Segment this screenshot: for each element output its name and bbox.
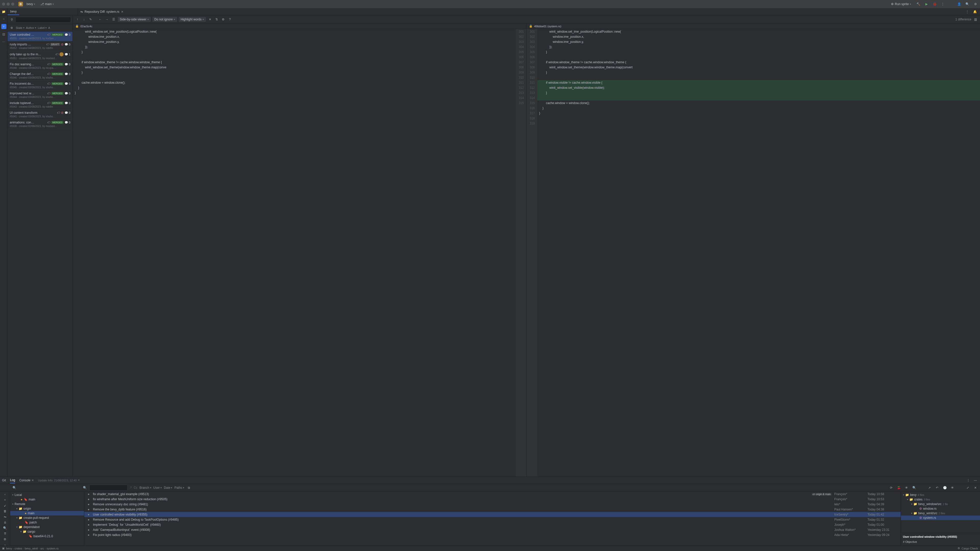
swap-icon[interactable]: ⇅: [214, 17, 219, 22]
filter-icon[interactable]: ⚙: [9, 25, 14, 30]
push-icon[interactable]: ⇈: [3, 532, 8, 535]
code-line[interactable]: window.ime_position.x,: [73, 34, 516, 39]
expand-icon[interactable]: ▾: [16, 507, 18, 510]
crumb[interactable]: src: [40, 547, 44, 550]
code-line[interactable]: }: [537, 106, 980, 111]
pr-item[interactable]: include toplevel…🏷MERGED💬 0#9343 · creat…: [8, 100, 73, 110]
forward-icon[interactable]: →: [104, 17, 110, 22]
branch-filter[interactable]: Branch▾: [140, 486, 151, 489]
search-icon[interactable]: 🔍: [3, 526, 8, 530]
changed-files-tree[interactable]: ▾ 📁 bevy 4 files▾ 📁 crates 3 files▾ 📁 be…: [901, 492, 980, 533]
code-line[interactable]: [537, 121, 980, 126]
pr-item[interactable]: Fix incorrent do…🏷MERGED💬 0#9345 · creat…: [8, 81, 73, 90]
crumb[interactable]: bevy: [6, 547, 12, 550]
filter-author[interactable]: Author ▾: [26, 25, 36, 30]
project-tab[interactable]: bevy: [8, 8, 19, 15]
filter-icon[interactable]: ⚲: [9, 17, 14, 22]
match-case-toggle[interactable]: Cc: [134, 486, 138, 489]
run-icon[interactable]: ▶: [924, 2, 929, 6]
history-icon[interactable]: 🕑: [942, 485, 947, 490]
viewer-mode-dropdown[interactable]: Side-by-side viewer▾: [118, 17, 151, 22]
commit-row[interactable]: ●Add `GamepadButtonInput` event (#9008)J…: [84, 527, 900, 532]
prev-diff-icon[interactable]: ↑: [75, 17, 80, 22]
branch-tree-node[interactable]: 🔖 base64-0.21.0: [10, 534, 84, 538]
code-line[interactable]: [537, 75, 980, 80]
go-to-icon[interactable]: ↗: [927, 485, 932, 490]
close-icon[interactable]: ✕: [973, 485, 978, 490]
code-line[interactable]: }: [73, 90, 516, 95]
console-tab[interactable]: Console ✕: [19, 478, 34, 483]
next-diff-icon[interactable]: ↓: [81, 17, 86, 22]
ignore-dropdown[interactable]: Do not ignore▾: [152, 17, 177, 22]
code-line[interactable]: [537, 95, 980, 100]
code-line[interactable]: winit_window.set_theme(window.window_the…: [73, 65, 516, 70]
refresh-icon[interactable]: ⟳: [889, 485, 894, 490]
back-icon[interactable]: ←: [98, 17, 103, 22]
editor-tab[interactable]: ⇋ Repository Diff: system.rs ✕: [78, 8, 126, 15]
crumb[interactable]: bevy_winit: [25, 547, 38, 550]
branch-tree-node[interactable]: ▾ 📁 dependabot: [10, 525, 84, 529]
commit-row[interactable]: ●Remove Resource and add Debug to TaskPo…: [84, 517, 900, 522]
branch-tree-node[interactable]: 🔖 patch: [10, 520, 84, 525]
code-line[interactable]: window.ime_position.y,: [537, 39, 980, 44]
close-icon[interactable]: ✕: [32, 478, 34, 482]
branch-tree-node[interactable]: ▾ 📁 cargo: [10, 529, 84, 534]
collapse-icon[interactable]: ✕: [207, 17, 213, 22]
find-icon[interactable]: 🔍: [912, 485, 917, 490]
code-line[interactable]: cache.window = window.clone();: [537, 100, 980, 106]
code-line[interactable]: if window.window_theme != cache.window.w…: [73, 60, 516, 65]
notifications-icon[interactable]: 🔔: [972, 9, 977, 14]
commit-row[interactable]: ●fix shader_material_glsl example (#9513…: [84, 492, 900, 497]
code-line[interactable]: [73, 55, 516, 60]
file-tree-node[interactable]: ▾ 📁 bevy_winit/src 2 files: [901, 511, 980, 516]
expand-icon[interactable]: ▾: [16, 526, 18, 528]
code-line[interactable]: winit_window.set_visible(window.visible)…: [537, 85, 980, 90]
rust-icon[interactable]: ⚙: [3, 537, 8, 541]
code-line[interactable]: [537, 55, 980, 60]
branch-tree-node[interactable]: ▾ Remote: [10, 502, 84, 507]
breadcrumb[interactable]: bevy › crates › bevy_winit › src › syste…: [6, 547, 59, 550]
code-line[interactable]: }: [537, 49, 980, 55]
branch-tree-node[interactable]: ▾ Local: [10, 492, 84, 497]
filter-label[interactable]: Label ▾: [38, 25, 47, 30]
more-icon[interactable]: ⋮: [965, 9, 970, 14]
run-config-dropdown[interactable]: ⚙ Run sprite ▾: [889, 2, 913, 6]
diff-left-pane[interactable]: winit_window.set_ime_position(LogicalPos…: [73, 29, 516, 476]
code-line[interactable]: }: [73, 49, 516, 55]
edit-icon[interactable]: ✎: [88, 17, 93, 22]
pr-item[interactable]: rusty imports …🏷DRAFT⊘💬 0#9352 · created…: [8, 41, 73, 51]
layout-icon[interactable]: ▥: [973, 17, 978, 22]
log-search-input[interactable]: [89, 485, 127, 491]
structure-tool-icon[interactable]: ▤: [1, 32, 6, 37]
close-icon[interactable]: ✕: [121, 10, 124, 14]
eye-icon[interactable]: 👁: [950, 485, 955, 490]
back-icon[interactable]: ‹: [3, 492, 8, 496]
pr-item[interactable]: animations: con…🏷MERGED💬 0#9338 · create…: [8, 119, 73, 129]
help-icon[interactable]: ?: [228, 17, 232, 22]
file-tree-node[interactable]: ▾ 📁 bevy 4 files: [901, 492, 980, 497]
code-line[interactable]: cache.window = window.clone();: [73, 80, 516, 85]
commit-tool-icon[interactable]: ○: [1, 16, 6, 21]
crumb[interactable]: system.rs: [46, 547, 59, 550]
debug-icon[interactable]: 🐞: [932, 2, 937, 6]
commit-row[interactable]: ●Implement `Debug` for `UnsafeWorldCell`…: [84, 522, 900, 527]
branch-tree-node[interactable]: ★ main: [10, 511, 84, 516]
code-line[interactable]: if window.window_theme != cache.window.w…: [537, 60, 980, 65]
file-tree-node[interactable]: ▾ 📁 crates 3 files: [901, 497, 980, 502]
filter-assignee[interactable]: A: [48, 25, 50, 30]
code-line[interactable]: }: [73, 85, 516, 90]
list-icon[interactable]: ☰: [111, 17, 116, 22]
expand-icon[interactable]: ▾: [12, 503, 14, 505]
update-icon[interactable]: ↙: [3, 504, 8, 507]
pr-item[interactable]: Improved text w…🏷MERGED💬 0#9344 · create…: [8, 90, 73, 100]
code-line[interactable]: winit_window.set_ime_position(LogicalPos…: [73, 29, 516, 34]
file-tree-node[interactable]: ⚙ window.rs: [901, 507, 980, 511]
delete-icon[interactable]: 🗑: [3, 510, 8, 513]
code-line[interactable]: ));: [73, 44, 516, 49]
commit-row[interactable]: ●Remove unnecessary doc string (#9481)le…: [84, 502, 900, 507]
date-filter[interactable]: Date▾: [164, 486, 172, 489]
code-line[interactable]: }: [537, 111, 980, 116]
more-icon[interactable]: ⋮: [940, 2, 945, 6]
pr-item[interactable]: Fix doc warning…🏷MERGED💬 0#9348 · create…: [8, 61, 73, 71]
pr-search-input[interactable]: [15, 17, 71, 22]
